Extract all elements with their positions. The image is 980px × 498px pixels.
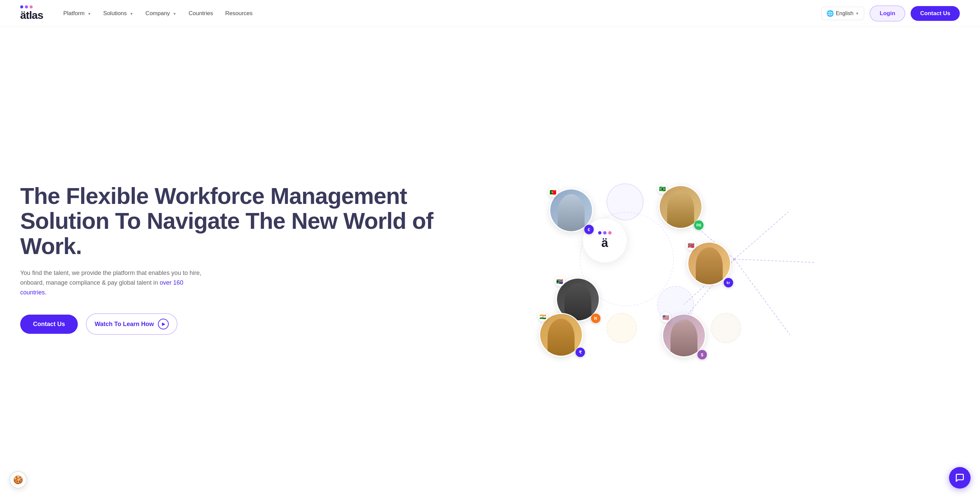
chevron-down-icon: ▼ [88,12,91,16]
logo-dot-1 [20,5,23,8]
hero-buttons: Contact Us Watch To Learn How ▶ [20,313,495,335]
chevron-down-icon: ▼ [173,12,177,16]
center-logo-text: ä [601,236,608,250]
flag-norway: 🇳🇴 [686,240,696,251]
svg-line-6 [734,259,790,335]
currency-usa: $ [697,350,707,359]
svg-line-3 [734,259,815,262]
nav-label-company: Company [145,10,170,16]
center-dots [598,231,612,235]
empty-circle-1 [606,183,644,220]
watch-button[interactable]: Watch To Learn How ▶ [86,313,178,335]
currency-india: ₹ [576,347,585,357]
hero-subtitle: You find the talent, we provide the plat… [20,268,209,297]
hero-right: ä 🇵🇹 € 🇧🇷 R$ [509,158,960,360]
flag-safrica: 🇿🇦 [555,276,565,286]
nav-label-solutions: Solutions [103,10,127,16]
contact-us-button-hero[interactable]: Contact Us [20,315,78,334]
logo-dot-3 [30,5,33,8]
hero-section: The Flexible Workforce Management Soluti… [0,27,980,498]
flag-portugal: 🇵🇹 [548,187,558,197]
nav-item-countries[interactable]: Countries [189,10,213,17]
language-label: English [836,10,853,16]
flag-usa: 🇺🇸 [661,312,671,322]
nav-item-solutions[interactable]: Solutions ▼ [103,10,134,17]
svg-line-2 [734,212,788,259]
nav-right: 🌐 English ▼ Login Contact Us [821,5,960,22]
globe-icon: 🌐 [826,10,834,17]
play-icon: ▶ [158,319,169,330]
network-container: ä 🇵🇹 € 🇧🇷 R$ [509,158,960,360]
contact-us-button-nav[interactable]: Contact Us [911,6,960,21]
navbar: ätlas Platform ▼ Solutions ▼ Company ▼ C… [0,0,980,27]
flag-india: 🇮🇳 [538,312,548,322]
nav-item-platform[interactable]: Platform ▼ [63,10,91,17]
nav-item-resources[interactable]: Resources [225,10,253,17]
cookie-button[interactable]: 🍪 [10,471,27,488]
logo-dots [20,5,33,8]
nav-item-company[interactable]: Company ▼ [145,10,177,17]
chevron-down-icon: ▼ [855,11,859,16]
flag-brazil: 🇧🇷 [657,184,668,194]
empty-circle-4 [711,313,741,343]
cookie-icon: 🍪 [13,475,23,485]
chat-button[interactable] [949,467,970,488]
currency-brazil: R$ [694,220,703,230]
currency-safrica: R [591,314,600,323]
logo[interactable]: ätlas [20,5,43,22]
nav-label-platform: Platform [63,10,84,16]
hero-left: The Flexible Workforce Management Soluti… [20,183,509,335]
currency-portugal: € [584,225,594,234]
login-button[interactable]: Login [870,5,905,22]
nav-links: Platform ▼ Solutions ▼ Company ▼ Countri… [63,10,821,17]
chevron-down-icon: ▼ [130,12,134,16]
logo-text: ätlas [20,9,43,22]
logo-dot-2 [25,5,28,8]
nav-label-countries: Countries [189,10,213,16]
language-selector[interactable]: 🌐 English ▼ [821,7,864,20]
nav-label-resources: Resources [225,10,253,16]
hero-title: The Flexible Workforce Management Soluti… [20,183,495,259]
chat-icon [955,473,964,482]
currency-norway: kr [724,278,733,287]
watch-label: Watch To Learn How [95,321,154,328]
empty-circle-3 [606,313,637,343]
